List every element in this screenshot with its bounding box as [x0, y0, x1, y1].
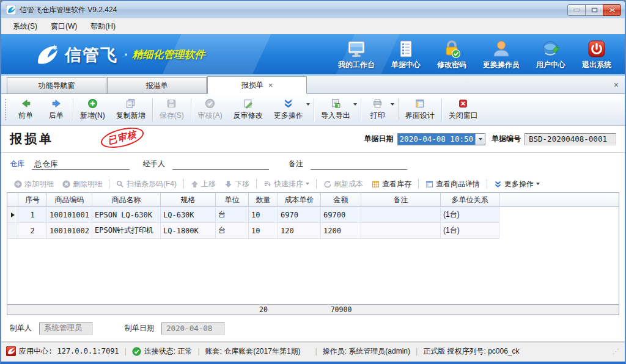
- remark-field[interactable]: [311, 159, 407, 170]
- refresh-cost-button[interactable]: 刷新成本: [320, 177, 367, 191]
- more-actions-button[interactable]: 更多操作: [268, 95, 309, 124]
- menu-help[interactable]: 帮助(H): [84, 19, 122, 34]
- date-field[interactable]: 2020-04-08 10:50: [397, 133, 485, 145]
- col-header-multi-unit[interactable]: 多单位关系: [441, 193, 499, 207]
- prev-order-button[interactable]: 前单: [10, 95, 41, 124]
- add-new-button[interactable]: 新增(N): [75, 95, 111, 124]
- tab-close-icon[interactable]: ×: [268, 81, 273, 89]
- move-up-button[interactable]: 上移: [187, 177, 219, 191]
- menu-bar: 系统(S) 窗口(W) 帮助(H): [1, 18, 625, 34]
- col-header-amount[interactable]: 金额: [321, 193, 361, 207]
- cell-spec[interactable]: LQ-1800K: [161, 223, 216, 239]
- print-dropdown-icon[interactable]: [391, 106, 394, 114]
- col-header-unit[interactable]: 单位: [216, 193, 249, 207]
- my-workbench-button[interactable]: 我的工作台: [338, 39, 375, 70]
- document-title: 报损单: [10, 131, 54, 147]
- agent-field[interactable]: [172, 159, 269, 170]
- cell-amount[interactable]: 69700: [321, 207, 361, 223]
- quick-sort-button[interactable]: 快速排序: [260, 177, 313, 191]
- app-center-status: 应用中心: 127.0.0.1:7091: [6, 346, 119, 357]
- quick-sort-icon: [263, 180, 271, 188]
- cell-name[interactable]: EPSON针式打印机: [92, 223, 161, 239]
- change-password-button[interactable]: 修改密码: [437, 39, 466, 70]
- cell-price[interactable]: 120: [278, 223, 321, 239]
- scan-barcode-icon: [116, 180, 124, 188]
- grid-more-actions-button[interactable]: 更多操作: [490, 177, 543, 191]
- tabbar-close-icon[interactable]: ×: [614, 80, 619, 90]
- cell-spec[interactable]: LQ-630K: [161, 207, 216, 223]
- cell-note[interactable]: [361, 207, 441, 223]
- cell-price[interactable]: 6970: [278, 207, 321, 223]
- col-header-note[interactable]: 备注: [361, 193, 441, 207]
- import-export-button[interactable]: 导入导出: [315, 95, 356, 124]
- cell-seq[interactable]: 1: [18, 207, 47, 223]
- cell-amount[interactable]: 1200: [321, 223, 361, 239]
- brand-logo-icon: [33, 42, 60, 68]
- unaudit-label: 反审修改: [234, 111, 263, 121]
- copy-new-button[interactable]: 复制新增: [111, 95, 151, 124]
- table-row[interactable]: 2 100101002 EPSON针式打印机 LQ-1800K 台 10 120…: [7, 223, 619, 239]
- toolbar-drag-handle[interactable]: [5, 99, 8, 120]
- save-button[interactable]: 保存(S): [154, 95, 190, 124]
- next-order-button[interactable]: 后单: [41, 95, 72, 124]
- plus-circle-icon: [87, 98, 98, 109]
- arrow-left-icon: [21, 98, 31, 109]
- maximize-button[interactable]: [585, 4, 603, 16]
- tab-loss-order[interactable]: 报损单 ×: [207, 76, 307, 94]
- document-center-button[interactable]: 单据中心: [391, 39, 421, 70]
- my-workbench-label: 我的工作台: [338, 60, 375, 70]
- cell-multi-unit[interactable]: (1台): [441, 223, 499, 239]
- cell-code[interactable]: 100101001: [47, 207, 92, 223]
- add-detail-button[interactable]: 添加明细: [10, 177, 57, 191]
- cell-qty[interactable]: 10: [249, 223, 278, 239]
- scan-barcode-button[interactable]: 扫描条形码(F4): [112, 177, 180, 191]
- col-header-code[interactable]: 商品编码: [47, 193, 92, 207]
- menu-window[interactable]: 窗口(W): [44, 19, 84, 34]
- audit-button[interactable]: 审核(A): [193, 95, 228, 124]
- col-header-seq[interactable]: 序号: [18, 193, 47, 207]
- move-down-icon: [224, 180, 232, 188]
- cell-unit[interactable]: 台: [216, 223, 249, 239]
- title-bar: 信管飞仓库管理软件 V9.2.424: [1, 1, 625, 18]
- cell-qty[interactable]: 10: [249, 207, 278, 223]
- cell-code[interactable]: 100101002: [47, 223, 92, 239]
- menu-system[interactable]: 系统(S): [6, 19, 44, 34]
- switch-operator-button[interactable]: 更换操作员: [483, 39, 520, 70]
- col-header-name[interactable]: 商品名称: [92, 193, 161, 207]
- table-row[interactable]: 1 100101001 EPSON LQ-630K LQ-630K 台 10 6…: [7, 207, 619, 223]
- tab-overflow-order[interactable]: 报溢单: [107, 77, 207, 93]
- cell-seq[interactable]: 2: [18, 223, 47, 239]
- close-button[interactable]: [603, 4, 621, 16]
- exit-power-icon: [587, 39, 606, 59]
- unaudit-button[interactable]: 反审修改: [228, 95, 268, 124]
- brand-dot: ·: [124, 47, 128, 63]
- cell-note[interactable]: [361, 223, 441, 239]
- date-dropdown-icon[interactable]: [475, 134, 485, 145]
- more-actions-dropdown-icon[interactable]: [306, 106, 310, 114]
- minimize-button[interactable]: [567, 4, 586, 16]
- close-window-button[interactable]: 关闭窗口: [443, 95, 484, 124]
- tab-nav-window[interactable]: 功能导航窗: [7, 77, 106, 93]
- print-button[interactable]: 打印: [363, 95, 393, 124]
- view-product-detail-button[interactable]: 查看商品详情: [422, 177, 484, 191]
- document-center-icon: [396, 39, 416, 59]
- document-header: 报损单 已审核 单据日期 2020-04-08 10:50 单据编号 BSD-2…: [1, 126, 625, 153]
- cell-unit[interactable]: 台: [216, 207, 249, 223]
- view-stock-button[interactable]: 查看库存: [368, 177, 415, 191]
- move-down-button[interactable]: 下移: [221, 177, 253, 191]
- import-export-dropdown-icon[interactable]: [353, 106, 357, 114]
- grid-summary-row: 20 70900: [7, 304, 619, 315]
- date-label: 单据日期: [364, 134, 394, 144]
- resize-grip[interactable]: ⋰: [613, 348, 620, 355]
- col-header-spec[interactable]: 规格: [161, 193, 216, 207]
- double-chevron-down-icon: [283, 98, 293, 109]
- cell-multi-unit[interactable]: (1台): [441, 207, 499, 223]
- exit-system-button[interactable]: 退出系统: [582, 39, 611, 70]
- ui-design-button[interactable]: 界面设计: [400, 95, 440, 124]
- warehouse-field[interactable]: 总仓库: [32, 159, 130, 170]
- col-header-price[interactable]: 成本单价: [278, 193, 321, 207]
- user-center-button[interactable]: 用户中心: [536, 39, 565, 70]
- cell-name[interactable]: EPSON LQ-630K: [92, 207, 161, 223]
- col-header-qty[interactable]: 数量: [249, 193, 278, 207]
- delete-detail-button[interactable]: 删除明细: [59, 177, 106, 191]
